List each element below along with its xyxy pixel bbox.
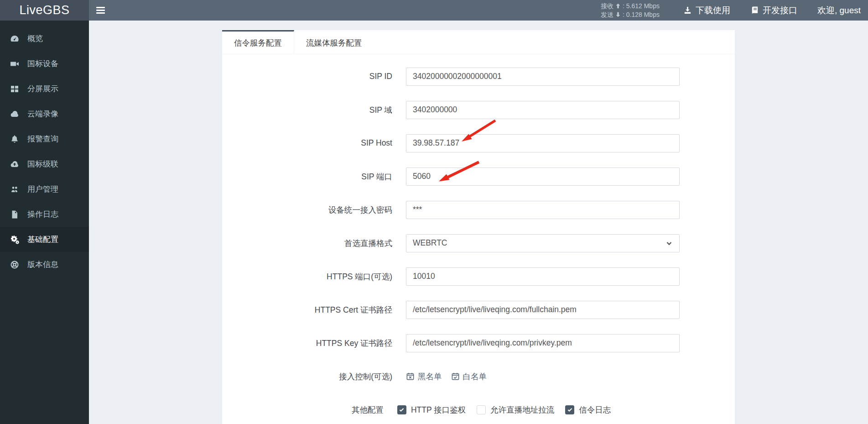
form-row: HTTPS Cert 证书路径 — [222, 293, 735, 326]
download-icon — [683, 6, 692, 15]
field-label: HTTPS Key 证书路径 — [222, 338, 399, 349]
users-icon — [10, 185, 22, 194]
book-icon — [750, 6, 759, 15]
welcome-user[interactable]: 欢迎, guest — [807, 0, 868, 21]
sidebar-item-label: 基础配置 — [27, 234, 58, 245]
checkbox-checked-icon — [397, 405, 406, 414]
navbar: 接收 : 5.612 Mbps 发送 : 0.128 Mbps 下载使用 开发 — [89, 0, 868, 21]
video-camera-icon — [10, 59, 22, 68]
form-row: SIP 端口 — [222, 160, 735, 193]
calendar-times-icon — [406, 372, 415, 381]
blacklist-link[interactable]: 黑名单 — [406, 371, 442, 382]
sidebar-item-label: 用户管理 — [27, 184, 58, 194]
preferred-live-format-select[interactable]: WEBRTC — [406, 234, 680, 252]
field-label: SIP 端口 — [222, 171, 399, 182]
config-card: 信令服务配置 流媒体服务配置 SIP ID SIP 域 SIP Host SIP… — [222, 30, 735, 424]
arrow-up-icon — [615, 3, 621, 9]
send-label: 发送 — [601, 10, 613, 19]
form-row: SIP 域 — [222, 93, 735, 126]
sidebar-item-label: 国标设备 — [27, 58, 58, 69]
sidebar-item-label: 云端录像 — [27, 109, 58, 119]
sidebar-item-label: 版本信息 — [27, 259, 58, 270]
sip-host-input[interactable] — [406, 134, 680, 152]
form-row: SIP ID — [222, 60, 735, 93]
grid-icon — [10, 84, 22, 94]
allow-live-pull-checkbox[interactable]: 允许直播地址拉流 — [477, 404, 554, 415]
field-label: 设备统一接入密码 — [222, 204, 399, 215]
whitelist-link[interactable]: 白名单 — [451, 371, 487, 382]
arrow-down-icon — [615, 12, 621, 17]
signal-log-checkbox[interactable]: 信令日志 — [565, 404, 611, 415]
chevron-down-icon — [665, 240, 673, 247]
file-icon — [10, 210, 22, 219]
tab-signal-service-config[interactable]: 信令服务配置 — [222, 30, 294, 54]
sidebar-item-operation-log[interactable]: 操作日志 — [0, 202, 89, 227]
form-row: 接入控制(可选) 黑名单 — [222, 360, 735, 393]
recv-value: 5.612 Mbps — [626, 2, 660, 10]
config-tabs: 信令服务配置 流媒体服务配置 — [222, 30, 735, 54]
sidebar-item-overview[interactable]: 概览 — [0, 26, 89, 51]
sidebar-item-version-info[interactable]: 版本信息 — [0, 252, 89, 277]
life-ring-icon — [10, 260, 22, 269]
checkbox-unchecked-icon — [477, 405, 486, 414]
sip-id-input[interactable] — [406, 68, 680, 86]
dev-api-link[interactable]: 开发接口 — [740, 0, 807, 21]
hamburger-icon — [96, 7, 105, 8]
sidebar-item-label: 报警查询 — [27, 134, 58, 144]
top-bar: LiveGBS 接收 : 5.612 Mbps 发送 : 0.128 Mbps — [0, 0, 868, 21]
form-row: HTTPS 端口(可选) — [222, 260, 735, 293]
field-label: HTTPS Cert 证书路径 — [222, 304, 399, 315]
send-value: 0.128 Mbps — [626, 10, 660, 19]
sidebar: 概览 国标设备 分屏展示 云端录像 报警查询 — [0, 21, 89, 424]
bell-icon — [10, 135, 22, 144]
sidebar-item-label: 操作日志 — [27, 209, 58, 220]
field-label: HTTPS 端口(可选) — [222, 271, 399, 282]
tab-media-service-config[interactable]: 流媒体服务配置 — [294, 30, 374, 54]
app-logo[interactable]: LiveGBS — [0, 0, 89, 21]
https-port-input[interactable] — [406, 267, 680, 286]
field-label: 接入控制(可选) — [222, 371, 399, 382]
sidebar-item-alarm-query[interactable]: 报警查询 — [0, 126, 89, 152]
field-label: SIP Host — [222, 138, 399, 148]
http-api-auth-checkbox[interactable]: HTTP 接口鉴权 — [397, 404, 466, 415]
sidebar-item-basic-config[interactable]: 基础配置 — [0, 227, 89, 252]
download-link[interactable]: 下载使用 — [673, 0, 740, 21]
calendar-check-icon — [451, 372, 460, 381]
cloud-icon — [10, 110, 22, 119]
sidebar-item-cloud-record[interactable]: 云端录像 — [0, 101, 89, 126]
field-label: 首选直播格式 — [222, 238, 399, 249]
cloud-upload-icon — [10, 160, 22, 169]
form-row: HTTPS Key 证书路径 — [222, 326, 735, 360]
sip-port-input[interactable] — [406, 168, 680, 186]
form-row: 其他配置 HTTP 接口鉴权 允许直播地址拉流 — [222, 393, 735, 424]
sip-domain-input[interactable] — [406, 101, 680, 119]
field-label: SIP 域 — [222, 105, 399, 115]
field-label: 其他配置 — [222, 404, 390, 415]
cogs-icon — [10, 235, 22, 244]
form-row: 首选直播格式 WEBRTC — [222, 226, 735, 260]
device-access-password-input[interactable] — [406, 201, 680, 219]
sidebar-toggle-button[interactable] — [89, 0, 112, 21]
https-key-path-input[interactable] — [406, 334, 680, 352]
sidebar-item-user-management[interactable]: 用户管理 — [0, 177, 89, 202]
field-label: SIP ID — [222, 72, 399, 81]
sidebar-item-label: 分屏展示 — [27, 84, 58, 94]
https-cert-path-input[interactable] — [406, 301, 680, 319]
network-stats: 接收 : 5.612 Mbps 发送 : 0.128 Mbps — [601, 2, 660, 19]
checkbox-checked-icon — [565, 405, 574, 414]
sidebar-item-label: 概览 — [27, 33, 43, 44]
dashboard-icon — [10, 34, 22, 43]
recv-label: 接收 — [601, 2, 613, 10]
form-row: SIP Host — [222, 126, 735, 160]
sidebar-item-gb-devices[interactable]: 国标设备 — [0, 51, 89, 76]
form-row: 设备统一接入密码 — [222, 193, 735, 226]
sidebar-item-split-screen[interactable]: 分屏展示 — [0, 76, 89, 101]
sidebar-item-gb-cascade[interactable]: 国标级联 — [0, 152, 89, 177]
sidebar-item-label: 国标级联 — [27, 159, 58, 169]
signal-config-form: SIP ID SIP 域 SIP Host SIP 端口 设备统一接入密码 首选… — [222, 54, 735, 424]
main-content: 信令服务配置 流媒体服务配置 SIP ID SIP 域 SIP Host SIP… — [89, 21, 868, 424]
